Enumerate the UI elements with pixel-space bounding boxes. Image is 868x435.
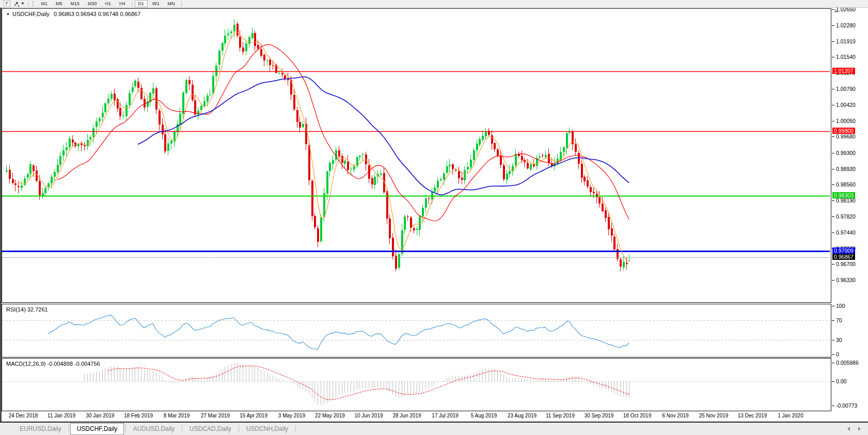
price-axis-label: 1.00050: [836, 118, 856, 124]
tab-usdchf[interactable]: USDCHF,Daily: [70, 423, 124, 435]
date-axis-label: 6 Nov 2019: [655, 413, 696, 418]
chart-title: ▼USDCHF,Daily0.96863 0.96943 0.96748 0.9…: [6, 11, 140, 17]
collapse-icon[interactable]: ▼: [6, 12, 10, 16]
price-level-label: 1.01207: [832, 68, 855, 74]
timeframe-button-d1[interactable]: D1: [135, 0, 148, 7]
price-level-label: 0.97009: [832, 247, 855, 254]
macd-canvas[interactable]: [2, 359, 830, 410]
tab-audusd[interactable]: AUDUSD,Daily: [127, 424, 181, 434]
top-toolbar: T M1M5M15M30H1H4D1W1MN: [0, 0, 868, 8]
price-tick-mark: [832, 105, 834, 105]
price-tick-mark: [832, 184, 834, 185]
timeframe-button-m1[interactable]: M1: [38, 0, 52, 7]
price-axis[interactable]: 1.026501.022801.019101.015401.011701.007…: [831, 8, 868, 422]
timeframe-button-m30[interactable]: M30: [84, 0, 101, 7]
chart-window: ▼USDCHF,Daily0.96863 0.96943 0.96748 0.9…: [0, 8, 868, 422]
tab-scroll-left-icon[interactable]: [847, 427, 850, 431]
macd-tick-mark: [832, 363, 834, 363]
chart-tabs: EURUSD,DailyUSDCHF,DailyAUDUSD,DailyUSDC…: [13, 423, 297, 435]
price-tick-mark: [832, 153, 834, 153]
rsi-axis-label: 70: [836, 317, 842, 323]
date-axis-label: 11 Jan 2019: [41, 413, 82, 418]
price-tick-mark: [832, 41, 834, 42]
time-axis[interactable]: 24 Dec 201811 Jan 201930 Jan 201918 Feb …: [2, 411, 830, 422]
date-axis-label: 13 Dec 2019: [732, 413, 773, 418]
tab-separator: [69, 425, 69, 432]
tab-usdcad[interactable]: USDCAD,Daily: [183, 424, 238, 434]
price-axis-label: 1.01540: [836, 54, 856, 60]
macd-tick-mark: [832, 406, 834, 406]
text-label-tool[interactable]: T: [3, 0, 10, 7]
rsi-panel[interactable]: RSI(14) 32.7261: [2, 304, 831, 358]
timeframe-button-mn[interactable]: MN: [164, 0, 179, 7]
date-axis-label: 17 Jul 2019: [424, 413, 466, 418]
price-level-label: 0.96867: [832, 254, 855, 260]
date-axis-label: 27 Mar 2019: [195, 413, 236, 418]
rsi-tick-mark: [832, 354, 834, 355]
rsi-canvas[interactable]: [2, 304, 830, 356]
tab-usdcnh[interactable]: USDCNH,Daily: [240, 424, 294, 434]
tab-scroll-right-icon[interactable]: [858, 427, 861, 431]
date-axis-label: 3 May 2019: [271, 413, 312, 418]
macd-tick-mark: [832, 381, 834, 382]
chart-tab-bar: EURUSD,DailyUSDCHF,DailyAUDUSD,DailyUSDC…: [0, 422, 868, 435]
tab-separator: [182, 425, 182, 432]
timeframe-group: M1M5M15M30H1H4D1W1MN: [37, 0, 184, 7]
price-level-label: 0.98303: [832, 192, 855, 198]
date-axis-label: 15 Apr 2019: [233, 413, 274, 418]
price-axis-label: 0.96700: [836, 261, 856, 267]
symbol-timeframe-label: USDCHF,Daily: [12, 11, 50, 17]
timeframe-button-w1[interactable]: W1: [149, 0, 163, 7]
price-axis-label: 0.97820: [836, 213, 856, 220]
date-axis-label: 23 Aug 2019: [501, 413, 543, 418]
toolbar-grip[interactable]: [33, 1, 35, 6]
price-tick-mark: [832, 216, 834, 217]
price-tick-mark: [832, 57, 834, 57]
chart-shift-marker: [834, 9, 838, 12]
price-axis-label: 1.00790: [836, 86, 856, 92]
rsi-axis-label: 30: [836, 337, 842, 343]
price-chart-canvas[interactable]: [2, 9, 830, 301]
arrow-style-tool[interactable]: [12, 1, 26, 7]
macd-axis-label: 0.005986: [836, 360, 859, 366]
date-axis-label: 22 May 2019: [309, 413, 351, 418]
tab-separator: [125, 425, 125, 432]
price-tick-mark: [832, 25, 834, 26]
price-axis-label: 0.97440: [836, 229, 856, 236]
price-tick-mark: [832, 136, 834, 137]
date-axis-label: 30 Sep 2019: [578, 413, 620, 418]
tab-nav: [847, 427, 861, 431]
rsi-tick-mark: [832, 340, 834, 340]
tab-separator: [295, 425, 296, 432]
timeframe-button-h4[interactable]: H4: [116, 0, 129, 7]
date-axis-label: 8 Mar 2019: [156, 413, 197, 418]
timeframe-button-h1[interactable]: H1: [102, 0, 115, 7]
dropdown-caret-icon: [21, 3, 24, 5]
date-axis-label: 28 Jun 2019: [386, 413, 428, 418]
cursor-arrow-icon: [14, 1, 20, 7]
macd-panel[interactable]: MACD(12,26,9) -0.004898 -0.004756: [2, 358, 831, 411]
price-tick-mark: [832, 89, 834, 89]
date-axis-label: 10 Jun 2019: [348, 413, 389, 418]
price-axis-label: 0.98930: [836, 166, 856, 172]
macd-axis-label: 0.00: [836, 378, 846, 384]
timeframe-button-m5[interactable]: M5: [52, 0, 66, 7]
date-axis-label: 24 Dec 2018: [3, 413, 44, 418]
date-axis-label: 18 Oct 2019: [617, 413, 658, 418]
price-axis-label: 1.02280: [836, 22, 856, 28]
rsi-axis-label: 100: [836, 303, 845, 309]
price-axis-label: 0.99680: [836, 133, 856, 139]
price-tick-mark: [832, 232, 834, 233]
toolbar-separator: [132, 1, 132, 7]
timeframe-button-m15[interactable]: M15: [67, 0, 84, 7]
price-axis-label: 0.96330: [836, 277, 856, 283]
tab-separator: [239, 425, 239, 432]
main-chart-panel[interactable]: ▼USDCHF,Daily0.96863 0.96943 0.96748 0.9…: [2, 8, 831, 303]
price-tick-mark: [832, 121, 834, 121]
price-tick-mark: [832, 169, 834, 169]
tab-eurusd[interactable]: EURUSD,Daily: [13, 424, 68, 434]
price-tick-mark: [832, 264, 834, 265]
price-axis-label: 0.99300: [836, 150, 856, 156]
price-tick-mark: [832, 280, 834, 281]
rsi-tick-mark: [832, 320, 834, 321]
